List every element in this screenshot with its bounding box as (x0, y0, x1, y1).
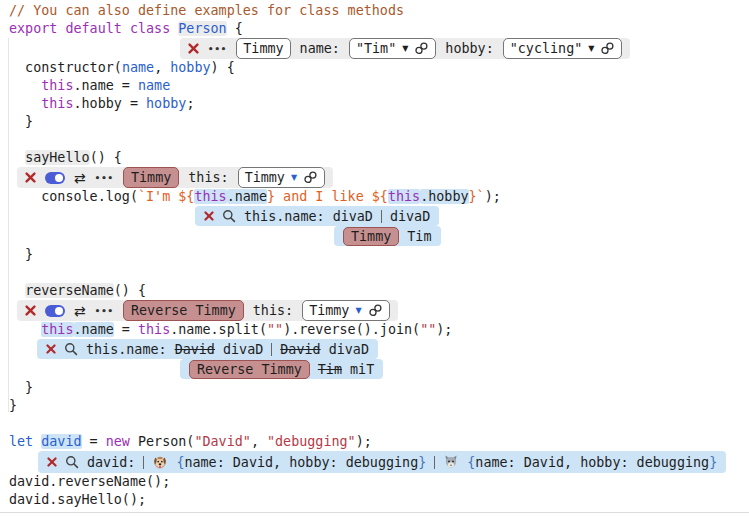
old-value: David (280, 342, 320, 357)
code-token: ); (436, 322, 452, 337)
close-icon[interactable] (204, 211, 214, 221)
code-token: this (41, 96, 73, 111)
reversename-example-value-popup: Reverse Timmy Tim miT (180, 359, 383, 379)
magnifier-icon[interactable] (222, 209, 236, 223)
code-line: } (9, 397, 749, 415)
reversename-example-widget-row: ⇄ ••• Reverse Timmy this: Timmy ▼ (9, 300, 749, 321)
code-token: Person (178, 21, 226, 36)
code-line: david.reverseName(); (9, 473, 749, 491)
wolf-face-icon (443, 454, 459, 470)
value-after: divaD (390, 209, 430, 224)
example-name-box[interactable]: Timmy (236, 38, 290, 59)
code-line: } (9, 379, 749, 397)
code-token: this (388, 189, 420, 204)
name-value-dropdown[interactable]: "Tim" ▼ (349, 38, 436, 59)
code-token (9, 322, 41, 337)
code-line: this.name = name (9, 77, 749, 95)
code-line: david.sayHello(); (9, 491, 749, 509)
close-icon[interactable] (188, 43, 199, 54)
code-token: this (138, 322, 170, 337)
code-token: // You can also define examples for clas… (9, 3, 404, 18)
active-example-chip[interactable]: Timmy (123, 167, 179, 188)
old-value: David (175, 342, 215, 357)
link-icon (303, 171, 318, 184)
toggle-on-icon[interactable] (45, 172, 65, 184)
editor-bottom-border (0, 512, 749, 513)
dropdown-value: Timmy (309, 303, 349, 318)
code-token: .hobby = (74, 96, 147, 111)
dropdown-value: Timmy (245, 170, 285, 185)
code-token: , (154, 60, 170, 75)
code-token: { (227, 21, 243, 36)
example-value: Tim (407, 229, 431, 244)
code-token: this (194, 189, 226, 204)
hobby-value-dropdown[interactable]: "cycling" ▼ (503, 38, 623, 59)
old-value: Tim (318, 362, 342, 377)
watched-expression-label: this.name: (244, 209, 325, 224)
close-icon[interactable] (25, 172, 36, 183)
link-icon (368, 304, 383, 317)
code-token: david (41, 434, 81, 449)
value-before-group: David divaD (175, 342, 264, 357)
this-value-dropdown[interactable]: Timmy ▼ (302, 300, 389, 321)
more-options-icon[interactable]: ••• (208, 44, 227, 54)
code-token: "debugging" (267, 434, 356, 449)
magnifier-icon[interactable] (64, 342, 78, 356)
more-options-icon[interactable]: ••• (95, 173, 114, 183)
object-body: name: David, hobby: debugging (475, 455, 709, 470)
code-token: ); (485, 189, 501, 204)
code-line-reversename: reverseName() { (9, 282, 749, 300)
code-token: hobby (170, 60, 210, 75)
close-icon[interactable] (46, 344, 56, 354)
active-example-chip[interactable]: Reverse Timmy (123, 300, 244, 321)
code-token: Person( (130, 434, 195, 449)
code-token: `I'm ${ (138, 189, 194, 204)
link-icon (414, 42, 429, 55)
magnifier-icon[interactable] (65, 455, 79, 469)
code-line: constructor(name, hobby) { (9, 59, 749, 77)
david-popup-row: david: {name: David, hobby: debugging} (9, 451, 749, 473)
code-line: this.hobby = hobby; (9, 95, 749, 113)
sayhello-example-widget-row: ⇄ ••• Timmy this: Timmy ▼ (9, 167, 749, 188)
example-chip[interactable]: Timmy (343, 227, 399, 246)
code-token (9, 150, 25, 165)
code-token: "" (420, 322, 436, 337)
code-token: , (251, 434, 267, 449)
example-chip[interactable]: Reverse Timmy (189, 360, 310, 379)
code-token: name (122, 60, 154, 75)
code-token: .name = (74, 78, 139, 93)
this-label: this: (253, 303, 293, 318)
close-icon[interactable] (25, 305, 36, 316)
close-icon[interactable] (47, 457, 57, 467)
code-line-console-log: console.log(`I'm ${this.name} and I like… (9, 188, 749, 206)
toggle-on-icon[interactable] (45, 305, 65, 317)
value-separator (381, 210, 382, 223)
more-options-icon[interactable]: ••• (95, 306, 114, 316)
sayhello-popup-row: this.name: divaD divaD (9, 206, 749, 226)
watched-expression-label: david: (87, 455, 135, 470)
code-token: } (9, 114, 33, 129)
swap-arrows-icon[interactable]: ⇄ (74, 171, 86, 185)
code-token: david.sayHello(); (9, 492, 146, 507)
code-token (9, 283, 25, 298)
code-token (9, 96, 41, 111)
code-token: let (9, 434, 41, 449)
blank-line (9, 131, 749, 149)
code-token: ); (356, 434, 372, 449)
value-after-group: David divaD (280, 342, 369, 357)
code-token: } and I like ${ (267, 189, 388, 204)
code-token: .hobby (420, 189, 468, 204)
code-line: } (9, 113, 749, 131)
code-token: sayHello (25, 150, 90, 165)
example-value-group: Tim miT (318, 362, 374, 377)
indent-guide (8, 38, 9, 412)
sayhello-example-widget: ⇄ ••• Timmy this: Timmy ▼ (17, 167, 333, 188)
value-separator (271, 343, 272, 356)
this-value-dropdown[interactable]: Timmy ▼ (238, 167, 325, 188)
code-line: } (9, 246, 749, 264)
param-hobby-label: hobby: (445, 41, 493, 56)
swap-arrows-icon[interactable]: ⇄ (74, 304, 86, 318)
reversename-example-widget: ⇄ ••• Reverse Timmy this: Timmy ▼ (17, 300, 398, 321)
code-token: this (41, 322, 73, 337)
code-token: new (106, 434, 130, 449)
